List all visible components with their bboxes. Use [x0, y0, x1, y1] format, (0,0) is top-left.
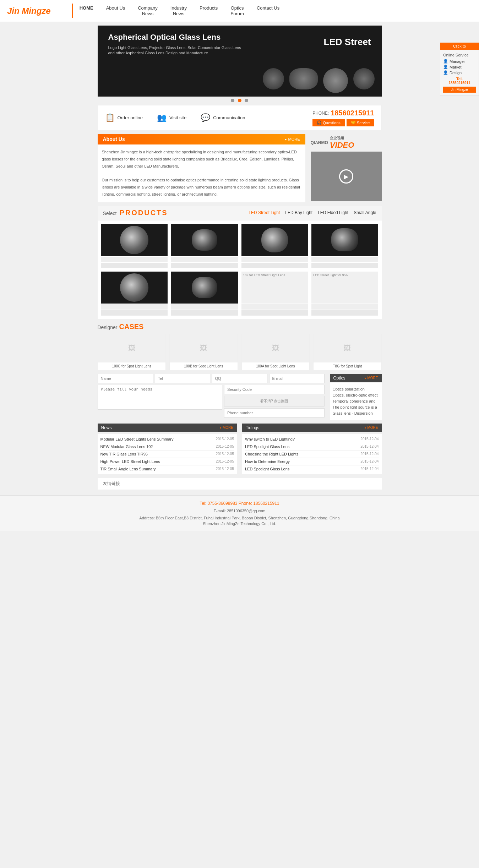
- case-item-3[interactable]: 🖼 100A for Spot Light Lens: [241, 334, 310, 370]
- phone-input[interactable]: [224, 408, 325, 417]
- product-item-7[interactable]: 102 for LED Street Light Lens: [241, 272, 308, 316]
- email-input[interactable]: [269, 374, 325, 383]
- communication-btn[interactable]: 💬 Communication: [201, 113, 245, 122]
- video-header: QIANMO 企业视频 VIDEO: [311, 134, 382, 152]
- news-section: News ▸ MORE Modular LED Street Lights Le…: [98, 424, 237, 474]
- nav-products[interactable]: Products: [193, 4, 224, 18]
- brand-btn[interactable]: Jin Mingze: [443, 87, 476, 93]
- tab-led-bay[interactable]: LED Bay Light: [285, 210, 312, 215]
- about-header: About Us ▸ MORE: [98, 134, 305, 144]
- news-item-5[interactable]: TIR Small Angle Lens Summary 2015-12-05: [100, 465, 234, 473]
- message-textarea[interactable]: [98, 385, 222, 410]
- news-item-3[interactable]: New TIR Glass Lens TIR96 2015-12-05: [100, 451, 234, 458]
- news-header: News ▸ MORE: [98, 424, 237, 432]
- logo[interactable]: Jin Mingze: [7, 6, 51, 16]
- cases-section: Designer CASES 🖼 100C for Spot Light Len…: [98, 323, 382, 370]
- optics-list: Optics polarization Optics, electro-opti…: [330, 382, 382, 420]
- product-item-6[interactable]: [171, 272, 238, 316]
- phone-section: PHONE: 18560215911 🎧 Questions 🤝 Service: [312, 109, 374, 126]
- visit-site-btn[interactable]: 👥 Visit site: [157, 113, 186, 122]
- cases-grid: 🖼 100C for Spot Light Lens 🖼 100B for Sp…: [98, 334, 382, 370]
- market-link[interactable]: 👤 Market: [443, 65, 476, 69]
- footer-email: E-mail: 2851096350@qq.com: [5, 508, 474, 515]
- tidings-item-5[interactable]: LED Spotlight Glass Lens 2015-12-04: [245, 465, 379, 473]
- product-item-4[interactable]: [311, 224, 378, 268]
- select-label: Select: [103, 211, 117, 216]
- nav-optics-forum[interactable]: OpticsForum: [224, 4, 250, 18]
- case-name-2: 100B for Spot Light Lens: [170, 362, 238, 370]
- captcha-image[interactable]: 看不清? 点击换图: [224, 396, 325, 406]
- nav-contact[interactable]: Contact Us: [250, 4, 286, 18]
- dot-2[interactable]: [238, 99, 241, 102]
- play-button[interactable]: ▶: [339, 169, 353, 184]
- news-list: Modular LED Street Lights Lens Summary 2…: [98, 434, 237, 474]
- tidings-item-3[interactable]: Choosing the Right LED Lights 2015-12-04: [245, 451, 379, 458]
- optics-item-5[interactable]: Glass lens - Dispersion: [333, 411, 379, 415]
- optics-section: Optics ▸ MORE Optics polarization Optics…: [330, 374, 382, 420]
- products-title-group: Select PRODUCTS: [103, 209, 168, 217]
- tab-led-street[interactable]: LED Street Light: [249, 210, 280, 215]
- banner-images: [263, 68, 375, 93]
- nav-company-news[interactable]: CompanyNews: [131, 4, 164, 18]
- questions-btn[interactable]: 🎧 Questions: [312, 119, 345, 126]
- video-section: QIANMO 企业视频 VIDEO ▶: [311, 134, 382, 202]
- optics-more[interactable]: ▸ MORE: [365, 376, 378, 380]
- case-item-2[interactable]: 🖼 100B for Spot Light Lens: [169, 334, 238, 370]
- case-item-1[interactable]: 🖼 100C for Spot Light Lens: [98, 334, 166, 370]
- about-body1: Shenzhen Jinmingze is a high-tech enterp…: [102, 149, 301, 170]
- qq-input[interactable]: [212, 374, 267, 383]
- nav-about[interactable]: About Us: [100, 4, 131, 18]
- optics-item-3[interactable]: Temporal coherence and: [333, 399, 379, 403]
- dot-3[interactable]: [245, 99, 248, 102]
- product-item-1[interactable]: [101, 224, 168, 268]
- news-item-2[interactable]: NEW Modular Glass Lens 102 2015-12-05: [100, 443, 234, 451]
- product-item-3[interactable]: [241, 224, 308, 268]
- case-name-1: 100C for Spot Light Lens: [98, 362, 166, 370]
- tidings-more[interactable]: ▸ MORE: [365, 426, 378, 430]
- banner-dots[interactable]: [98, 98, 382, 103]
- tab-small-angle[interactable]: Small Angle: [354, 210, 376, 215]
- video-player[interactable]: ▶: [311, 152, 382, 201]
- header: Jin Mingze HOME About Us CompanyNews Ind…: [0, 0, 479, 22]
- about-more[interactable]: ▸ MORE: [285, 137, 300, 142]
- case-name-3: 100A for Spot Light Lens: [242, 362, 310, 370]
- case-item-4[interactable]: 🖼 T8G for Spot Light: [313, 334, 382, 370]
- banner-subtitle2: and other Aspherical Glass Lens Design a…: [108, 51, 371, 55]
- order-online-btn[interactable]: 📋 Order online: [105, 113, 143, 122]
- service-btn[interactable]: 🤝 Service: [347, 119, 374, 126]
- optics-item-2[interactable]: Optics, electro-optic effect: [333, 393, 379, 397]
- news-item-4[interactable]: High-Power LED Street Light Lens 2015-12…: [100, 458, 234, 465]
- nav-industry-news[interactable]: IndustryNews: [164, 4, 193, 18]
- security-input[interactable]: [224, 385, 325, 394]
- product-item-5[interactable]: [101, 272, 168, 316]
- dot-1[interactable]: [231, 99, 234, 102]
- manager-link[interactable]: 👤 Manager: [443, 59, 476, 64]
- tidings-item-4[interactable]: How to Determine Energy 2015-12-04: [245, 458, 379, 465]
- footer-address: Address: B6th Floor East,B3 District, Fu…: [5, 515, 474, 522]
- phone-label: PHONE:: [312, 111, 329, 116]
- about-section: About Us ▸ MORE Shenzhen Jinmingze is a …: [98, 134, 305, 202]
- optics-item-4[interactable]: The point light source is a: [333, 405, 379, 409]
- click-to-btn[interactable]: Click to: [440, 43, 479, 50]
- tel-number: 18560215911: [443, 81, 476, 85]
- products-grid: 102 for LED Street Light Lens LED Street…: [98, 220, 382, 319]
- product-item-8[interactable]: LED Street Light for 95A: [311, 272, 378, 316]
- products-tabs: LED Street Light LED Bay Light LED Flood…: [249, 210, 376, 215]
- optics-item-1[interactable]: Optics polarization: [333, 387, 379, 391]
- tidings-item-2[interactable]: LED Spotlight Glass Lens 2015-12-04: [245, 443, 379, 451]
- nav-home[interactable]: HOME: [72, 4, 100, 18]
- product-item-2[interactable]: [171, 224, 238, 268]
- led-street-label: LED Street: [324, 36, 371, 48]
- news-more[interactable]: ▸ MORE: [220, 426, 233, 430]
- tel-input[interactable]: [155, 374, 210, 383]
- news-tidings-section: News ▸ MORE Modular LED Street Lights Le…: [98, 424, 382, 474]
- designer-label: Designer: [98, 324, 118, 330]
- name-input[interactable]: [98, 374, 153, 383]
- tidings-item-1[interactable]: Why switch to LED Lighting? 2015-12-04: [245, 436, 379, 443]
- design-link[interactable]: 👤 Design: [443, 70, 476, 75]
- contact-optics-section: 看不清? 点击换图 Optics ▸ MORE Optics polarizat…: [98, 374, 382, 420]
- case-name-4: T8G for Spot Light: [314, 362, 381, 370]
- news-item-1[interactable]: Modular LED Street Lights Lens Summary 2…: [100, 436, 234, 443]
- optics-title: Optics: [333, 376, 345, 381]
- tab-led-flood[interactable]: LED Flood Light: [318, 210, 348, 215]
